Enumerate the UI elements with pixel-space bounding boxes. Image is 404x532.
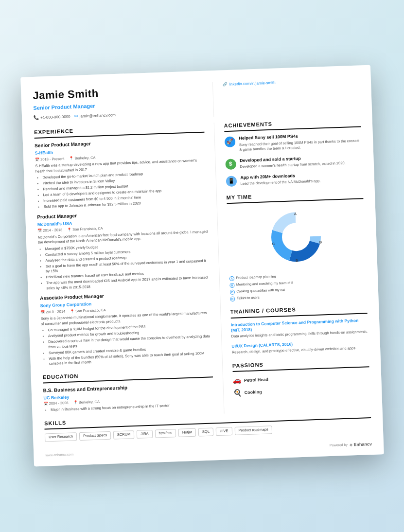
skill-tag-7: HIVE <box>215 427 232 436</box>
job-location-3: 📍 San Fransisco, CA <box>70 308 105 314</box>
passion-label-1: Petrol Head <box>244 376 268 383</box>
label-c: C <box>272 242 275 246</box>
donut-chart: A B C D <box>263 205 329 270</box>
legend-text-d: Talkint to users <box>236 296 259 301</box>
header-right: 🔗 linkedin.com/in/jamie-smith <box>212 77 360 117</box>
passion-item-2: 🍳 Cooking <box>233 384 370 398</box>
email-address: jamie@enhancv.com <box>79 112 116 119</box>
job-entry-3: Associate Product Manager Sony Group Cor… <box>39 289 212 367</box>
footer: www.enhancv.com Powered by ⟡ Enhancv <box>33 438 383 459</box>
job-date-2: 📅 2014 - 2018 <box>37 228 62 234</box>
resume-document: Jamie Smith Senior Product Manager 📞 +1-… <box>20 65 384 467</box>
job-bullets-3: Co-managed a $10M budget for the develop… <box>41 322 212 367</box>
donut-svg: A B C D <box>263 205 329 270</box>
my-time-title: MY TIME <box>226 190 363 204</box>
job-entry-1: Senior Product Manager S-HEalth 📅 2018 -… <box>34 137 206 210</box>
resume-wrapper: Jamie Smith Senior Product Manager 📞 +1-… <box>20 65 384 467</box>
job-location-2: 📍 San Fransisco, CA <box>67 227 103 233</box>
job-bullets-2: Managed a $750K yearly budget Conducted … <box>38 241 210 292</box>
skill-tag-6: SQL <box>198 428 213 437</box>
my-time-section: MY TIME <box>226 190 367 302</box>
training-title: TRAINING / COURSES <box>230 304 367 319</box>
skill-tag-8: Product roadmaps <box>234 426 272 435</box>
main-body: EXPERIENCE Senior Product Manager S-HEal… <box>22 117 382 421</box>
achievement-content-2: Developed and sold a startup Developed a… <box>239 154 345 170</box>
phone-contact: 📞 +1-000-000-0000 <box>33 114 70 121</box>
training-section: TRAINING / COURSES Introduction to Compu… <box>230 304 369 355</box>
donut-legend: A Product roadmap planning B Mentoring a… <box>229 271 367 302</box>
achievement-content-3: App with 20M+ downloads Lead the develop… <box>240 172 321 187</box>
education-section: EDUCATION B.S. Business and Entrepreneur… <box>42 368 213 413</box>
passion-item-1: 🚗 Petrol Head <box>232 372 369 386</box>
job-entry-2: Product Manager McDonald's USA 📅 2014 - … <box>37 208 210 292</box>
achievement-icon-2: $ <box>225 159 236 170</box>
email-icon: ✉ <box>74 113 78 120</box>
achievement-3: 📱 App with 20M+ downloads Lead the devel… <box>226 171 363 188</box>
header-left: Jamie Smith Senior Product Manager 📞 +1-… <box>33 82 213 123</box>
linkedin-url: linkedin.com/in/jamie-smith <box>228 80 275 88</box>
job-date-3: 📅 2010 - 2014 <box>40 309 65 315</box>
skill-tag-1: Product Specs <box>79 431 110 441</box>
job-bullets-1: Developed the go-to-market launch plan a… <box>35 170 207 210</box>
achievement-icon-1: 🚀 <box>224 137 235 148</box>
left-column: EXPERIENCE Senior Product Manager S-HEal… <box>34 123 223 420</box>
legend-label-d: D <box>229 297 234 301</box>
phone-number: +1-000-000-0000 <box>40 114 70 120</box>
powered-by-text: Powered by <box>329 443 347 448</box>
training-item-1: Introduction to Computer Science and Pro… <box>230 318 368 339</box>
experience-title: EXPERIENCE <box>34 123 204 139</box>
achievement-1: 🚀 Helped Sony sell 100M PS4s Sony reache… <box>224 131 361 153</box>
header-section: Jamie Smith Senior Product Manager 📞 +1-… <box>21 77 372 124</box>
achievements-section: ACHIEVEMENTS 🚀 Helped Sony sell 100M PS4… <box>224 118 363 188</box>
training-item-2: UI/UX Design (CALARTS, 2016) Research, d… <box>231 339 369 355</box>
right-column: ACHIEVEMENTS 🚀 Helped Sony sell 100M PS4… <box>213 118 370 414</box>
legend-text-b: Mentoring and coaching my team of 8 <box>236 281 293 287</box>
enhancv-brand: ⟡ Enhancv <box>349 441 371 448</box>
legend-text-c: Cooking quesadillas with my cat <box>236 288 285 294</box>
passion-icon-2: 🍳 <box>233 388 242 398</box>
label-d: D <box>296 259 298 263</box>
edu-date: 📅 2004 - 2008 <box>43 401 68 407</box>
legend-label-a: A <box>229 276 234 281</box>
achievement-content-1: Helped Sony sell 100M PS4s Sony reached … <box>239 131 361 153</box>
job-location-1: 📍 Berkeley, CA <box>69 156 96 161</box>
legend-text-a: Product roadmap planning <box>236 274 276 281</box>
education-title: EDUCATION <box>42 368 212 384</box>
legend-label-b: B <box>229 283 234 288</box>
passion-label-2: Cooking <box>244 390 262 396</box>
achievement-icon-3: 📱 <box>226 176 237 187</box>
achievements-title: ACHIEVEMENTS <box>224 118 361 132</box>
legend-label-c: C <box>229 290 234 295</box>
label-b: B <box>319 241 322 244</box>
achievement-2: $ Developed and sold a startup Developed… <box>225 153 362 170</box>
passion-icon-1: 🚗 <box>232 376 241 386</box>
experience-section: EXPERIENCE Senior Product Manager S-HEal… <box>34 123 211 367</box>
passions-section: PASSIONS 🚗 Petrol Head 🍳 Cooking <box>232 357 370 398</box>
email-contact: ✉ jamie@enhancv.com <box>74 112 116 120</box>
skill-tag-0: User Research <box>44 433 77 442</box>
linkedin-contact: 🔗 linkedin.com/in/jamie-smith <box>222 77 359 88</box>
passions-title: PASSIONS <box>232 357 369 372</box>
skill-tag-5: Hotjar <box>178 428 196 437</box>
website: www.enhancv.com <box>45 452 73 458</box>
skill-tag-2: SCRUM <box>113 431 134 440</box>
linkedin-icon: 🔗 <box>222 82 227 88</box>
skill-tag-4: html/css <box>155 429 176 438</box>
phone-icon: 📞 <box>33 115 38 121</box>
job-date-1: 📅 2018 - Present <box>35 157 65 163</box>
edu-location: 📍 Berkeley, CA <box>73 400 100 406</box>
label-a: A <box>294 213 297 216</box>
powered-by: Powered by ⟡ Enhancv <box>329 441 371 449</box>
skill-tag-3: JIRA <box>137 430 153 439</box>
